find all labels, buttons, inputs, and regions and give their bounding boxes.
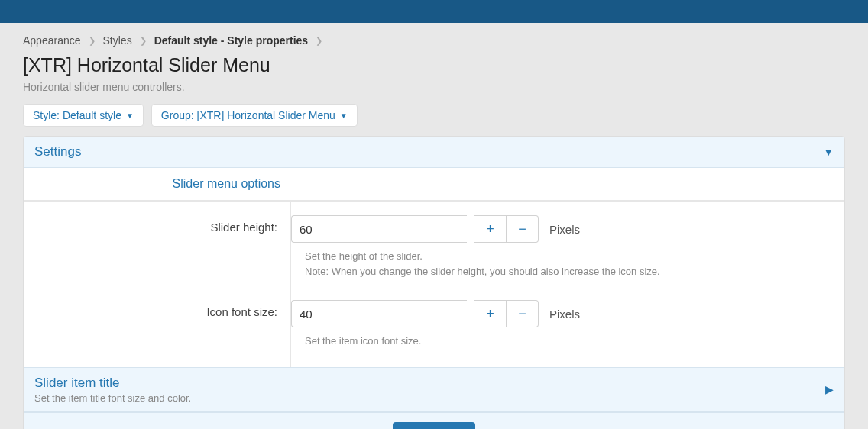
form-body: Slider height: + − Pixels Set the height… xyxy=(24,201,844,367)
slider-height-row: Slider height: + − Pixels Set the height… xyxy=(305,215,831,279)
icon-font-size-input[interactable] xyxy=(291,300,467,327)
plus-icon: + xyxy=(486,306,494,322)
icon-font-size-row: Icon font size: + − Pixels Set the item … xyxy=(305,300,831,349)
settings-section-header[interactable]: Settings ▼ xyxy=(24,137,844,168)
slider-height-help: Set the height of the slider. Note: When… xyxy=(305,249,831,279)
settings-panel: Settings ▼ Slider menu options Slider he… xyxy=(23,136,845,429)
slider-item-title-section-sub: Set the item title font size and color. xyxy=(34,392,191,404)
slider-height-increment-button[interactable]: + xyxy=(474,215,507,243)
caret-down-icon: ▼ xyxy=(126,111,134,120)
chevron-right-icon: ❯ xyxy=(316,36,322,46)
top-bar xyxy=(0,0,868,23)
icon-font-size-label: Icon font size: xyxy=(24,300,291,318)
slider-menu-options-subsection: Slider menu options xyxy=(24,168,844,201)
minus-icon: − xyxy=(518,221,526,237)
page-subtitle: Horizontal slider menu controllers. xyxy=(23,81,845,93)
caret-right-icon: ▶ xyxy=(825,383,834,395)
icon-font-size-unit: Pixels xyxy=(546,308,580,321)
plus-icon: + xyxy=(486,221,494,237)
breadcrumb: Appearance ❯ Styles ❯ Default style - St… xyxy=(23,34,845,47)
breadcrumb-styles[interactable]: Styles xyxy=(103,34,132,47)
slider-item-title-section-title: Slider item title xyxy=(34,376,191,391)
chevron-right-icon: ❯ xyxy=(89,36,96,46)
slider-height-label: Slider height: xyxy=(24,215,291,234)
chevron-right-icon: ❯ xyxy=(140,36,147,46)
style-filter-button[interactable]: Style: Default style ▼ xyxy=(23,104,144,127)
slider-item-title-section-header[interactable]: Slider item title Set the item title fon… xyxy=(24,367,844,412)
slider-height-decrement-button[interactable]: − xyxy=(507,215,539,243)
breadcrumb-current: Default style - Style properties xyxy=(154,34,309,47)
subsection-label: Slider menu options xyxy=(24,168,291,200)
settings-section-title: Settings xyxy=(34,144,81,160)
icon-font-size-help: Set the item icon font size. xyxy=(305,334,831,349)
minus-icon: − xyxy=(518,306,526,322)
group-filter-label: Group: [XTR] Horizontal Slider Menu xyxy=(161,109,335,121)
icon-font-size-increment-button[interactable]: + xyxy=(474,300,507,327)
slider-height-input[interactable] xyxy=(291,215,467,243)
style-filter-label: Style: Default style xyxy=(33,109,121,121)
icon-font-size-decrement-button[interactable]: − xyxy=(507,300,539,327)
page-title: [XTR] Horizontal Slider Menu xyxy=(23,54,845,76)
group-filter-button[interactable]: Group: [XTR] Horizontal Slider Menu ▼ xyxy=(151,104,358,127)
save-button[interactable]: Save xyxy=(393,422,474,430)
slider-height-unit: Pixels xyxy=(546,223,580,236)
panel-footer: Save xyxy=(24,412,844,430)
caret-down-icon: ▼ xyxy=(340,111,348,120)
breadcrumb-appearance[interactable]: Appearance xyxy=(23,34,81,47)
caret-down-icon: ▼ xyxy=(823,146,834,158)
